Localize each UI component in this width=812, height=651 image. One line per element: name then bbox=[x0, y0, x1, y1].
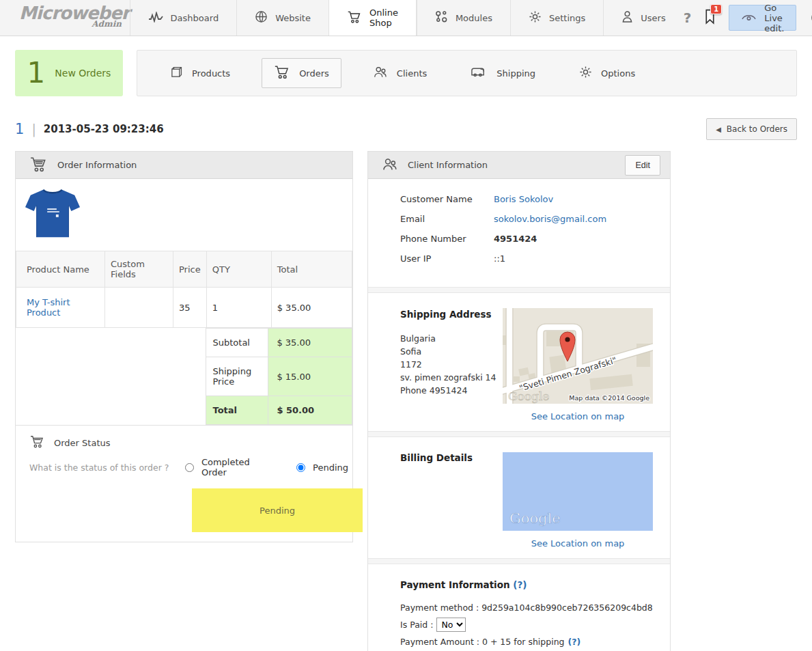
product-image bbox=[16, 179, 352, 251]
order-status-row: What is the status of this order ? Compl… bbox=[29, 457, 348, 477]
map-attribution: Map data ©2014 Google bbox=[569, 394, 649, 402]
shipping-see-location-link[interactable]: See Location on map bbox=[531, 411, 625, 421]
people-icon bbox=[373, 66, 388, 81]
col-qty: QTY bbox=[206, 251, 271, 288]
billing-map[interactable]: Google bbox=[503, 452, 653, 533]
map-watermark: Google bbox=[508, 389, 549, 403]
notifications-badge: 1 bbox=[710, 4, 722, 14]
nav-item-modules[interactable]: Modules bbox=[417, 0, 510, 36]
order-status-title: Order Status bbox=[54, 438, 111, 448]
panel-title: Client Information bbox=[408, 160, 488, 170]
table-row: My T-shirt Product 35 1 $ 35.00 bbox=[16, 288, 352, 328]
summary-row-shipping: Shipping Price $ 15.00 bbox=[16, 357, 352, 396]
top-navbar: Microweber Admin Dashboard Website Onlin… bbox=[0, 0, 812, 36]
people-icon bbox=[382, 157, 398, 174]
address-line: Phone 4951424 bbox=[400, 384, 503, 397]
nav-item-users[interactable]: Users bbox=[603, 0, 683, 36]
map-watermark: Google bbox=[509, 510, 561, 527]
shipping-map[interactable]: "Sveti Pimen Zografski" Google Map data … bbox=[503, 308, 653, 406]
nav-item-label: Online Shop bbox=[369, 8, 398, 28]
eye-icon bbox=[741, 12, 757, 24]
payment-title-row: Payment Information (?) bbox=[400, 579, 670, 590]
cart-icon bbox=[274, 65, 290, 81]
pending-radio[interactable] bbox=[296, 463, 305, 472]
order-status-section: Order Status What is the status of this … bbox=[16, 425, 352, 542]
bookmark-icon bbox=[705, 16, 715, 27]
is-paid-label: Is Paid : bbox=[400, 620, 433, 630]
field-phone: Phone Number 4951424 bbox=[400, 234, 670, 244]
go-live-edit-button[interactable]: Go Live edit. bbox=[729, 5, 796, 31]
back-arrow-icon: ◀ bbox=[716, 126, 721, 133]
billing-see-location-link[interactable]: See Location on map bbox=[531, 538, 625, 549]
radio-pending[interactable]: Pending bbox=[296, 462, 348, 473]
order-items-table: Product Name Custom Fields Price QTY Tot… bbox=[16, 251, 352, 328]
is-paid-select[interactable]: No bbox=[436, 618, 466, 632]
help-icon[interactable]: ? bbox=[684, 10, 692, 26]
payment-information-section: Payment Information (?) Payment method :… bbox=[368, 564, 670, 651]
shipping-price-value: $ 15.00 bbox=[268, 357, 352, 396]
order-id: 1 bbox=[15, 121, 24, 137]
truck-icon bbox=[471, 66, 488, 80]
radio-label: Completed Order bbox=[201, 457, 273, 477]
back-to-orders-button[interactable]: ◀ Back to Orders bbox=[706, 118, 797, 140]
tab-products[interactable]: Products bbox=[158, 59, 242, 87]
product-link[interactable]: My T-shirt Product bbox=[27, 297, 70, 318]
new-orders-label: New Orders bbox=[55, 68, 111, 79]
total-label: Total bbox=[206, 396, 268, 425]
field-label: User IP bbox=[400, 253, 494, 264]
nav-item-label: Website bbox=[275, 13, 311, 23]
address-line: Sofia bbox=[400, 345, 503, 358]
nav-item-website[interactable]: Website bbox=[236, 0, 328, 36]
nav-item-settings[interactable]: Settings bbox=[510, 0, 603, 36]
payment-title: Payment Information bbox=[400, 579, 510, 590]
edit-button[interactable]: Edit bbox=[625, 155, 660, 176]
customer-name-link[interactable]: Boris Sokolov bbox=[494, 194, 553, 204]
tab-orders[interactable]: Orders bbox=[262, 58, 341, 88]
tab-clients[interactable]: Clients bbox=[361, 59, 439, 87]
gear-icon bbox=[579, 66, 592, 81]
field-label: Email bbox=[400, 214, 494, 224]
address-line: Bulgaria bbox=[400, 332, 503, 345]
nav-item-label: Dashboard bbox=[171, 13, 219, 23]
notifications-button[interactable]: 1 bbox=[705, 9, 715, 27]
back-label: Back to Orders bbox=[727, 124, 787, 134]
nav-item-online-shop[interactable]: Online Shop bbox=[328, 0, 417, 36]
cart-icon bbox=[29, 156, 48, 174]
new-orders-box[interactable]: 1 New Orders bbox=[15, 50, 123, 96]
payment-amount-help-link[interactable]: (?) bbox=[568, 637, 581, 647]
tab-shipping[interactable]: Shipping bbox=[458, 59, 548, 87]
address-line: 1172 bbox=[400, 358, 503, 371]
panel-title: Order Information bbox=[57, 160, 137, 170]
email-link[interactable]: sokolov.boris@gmail.com bbox=[494, 214, 606, 224]
user-icon bbox=[621, 10, 633, 25]
radio-label: Pending bbox=[313, 462, 348, 473]
summary-row-subtotal: Subtotal $ 35.00 bbox=[16, 329, 352, 357]
col-price: Price bbox=[173, 251, 207, 288]
section-divider bbox=[368, 558, 670, 564]
order-summary-table: Subtotal $ 35.00 Shipping Price $ 15.00 … bbox=[16, 328, 352, 425]
pulse-icon bbox=[148, 12, 163, 25]
order-header: 1 | 2013-05-23 09:23:46 ◀ Back to Orders bbox=[15, 118, 797, 140]
tab-options[interactable]: Options bbox=[567, 59, 647, 87]
radio-completed-order[interactable]: Completed Order bbox=[185, 457, 273, 477]
order-date: 2013-05-23 09:23:46 bbox=[44, 123, 164, 135]
cart-icon bbox=[29, 435, 45, 450]
field-label: Phone Number bbox=[400, 234, 494, 244]
field-email: Email sokolov.boris@gmail.com bbox=[400, 214, 670, 224]
phone-value: 4951424 bbox=[494, 234, 537, 244]
subtotal-label: Subtotal bbox=[206, 329, 268, 357]
status-badge: Pending bbox=[192, 488, 363, 532]
gear-icon bbox=[529, 10, 542, 25]
subtotal-value: $ 35.00 bbox=[268, 329, 352, 357]
new-orders-count: 1 bbox=[27, 59, 46, 87]
order-information-header: Order Information bbox=[16, 152, 352, 179]
navbar-right: ? 1 Go Live edit. bbox=[684, 0, 812, 36]
shipping-address-block: Shipping Address Bulgaria Sofia 1172 sv.… bbox=[400, 308, 503, 406]
payment-help-link[interactable]: (?) bbox=[513, 579, 527, 590]
completed-order-radio[interactable] bbox=[185, 463, 194, 472]
summary-row-total: Total $ 50.00 bbox=[16, 396, 352, 425]
cell-custom-fields bbox=[105, 288, 173, 328]
payment-amount-text: Payment Amount : 0 + 15 for shipping bbox=[400, 637, 565, 647]
separator: | bbox=[31, 122, 36, 137]
nav-item-dashboard[interactable]: Dashboard bbox=[130, 0, 237, 36]
